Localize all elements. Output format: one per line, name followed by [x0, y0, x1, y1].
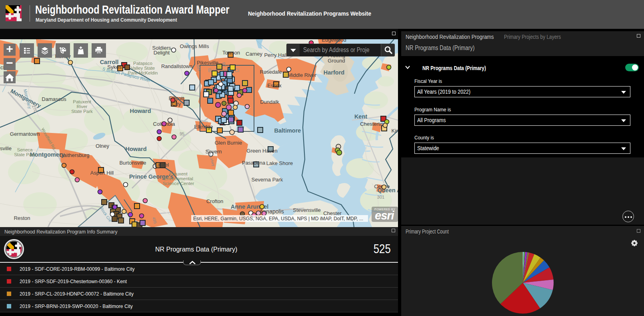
svg-text:Green Haven: Green Haven: [246, 148, 277, 154]
svg-text:Gaithersburg: Gaithersburg: [59, 152, 89, 158]
svg-text:...sville: ...sville: [0, 145, 12, 151]
svg-text:Towson: Towson: [222, 50, 240, 56]
svg-text:Kin: Kin: [392, 128, 398, 134]
svg-text:95: 95: [180, 131, 184, 136]
svg-text:Laurel: Laurel: [154, 162, 169, 168]
svg-text:River: River: [77, 104, 88, 109]
svg-text:Howard: Howard: [130, 108, 151, 114]
svg-text:301: 301: [377, 195, 384, 199]
svg-text:Germantown: Germantown: [10, 131, 40, 137]
svg-text:Patuxent: Patuxent: [73, 99, 91, 104]
svg-text:Science Center: Science Center: [163, 181, 194, 186]
svg-text:Randallstown: Randallstown: [161, 63, 192, 69]
svg-text:Glen Burnie: Glen Burnie: [215, 140, 242, 146]
svg-text:Baltimore: Baltimore: [274, 127, 301, 134]
svg-text:Valley State: Valley State: [131, 66, 155, 70]
svg-text:State Park: State Park: [14, 152, 36, 157]
svg-text:Pasadena: Pasadena: [242, 160, 266, 166]
svg-text:Reston: Reston: [14, 215, 30, 221]
svg-text:Burtonsville: Burtonsville: [119, 160, 146, 166]
svg-text:Crofton: Crofton: [206, 198, 224, 204]
svg-text:Damascus: Damascus: [42, 96, 66, 102]
svg-text:Dundalk: Dundalk: [260, 99, 279, 105]
svg-text:Kent: Kent: [354, 113, 367, 120]
svg-text:Lake Shore: Lake Shore: [266, 160, 293, 166]
svg-text:Delight: Delight: [154, 50, 170, 56]
svg-text:Aspen Hill: Aspen Hill: [90, 170, 114, 176]
svg-text:Patuxent: Patuxent: [169, 171, 188, 176]
svg-text:Rosedale: Rosedale: [260, 69, 282, 75]
svg-text:Chestertow: Chestertow: [360, 121, 386, 127]
svg-text:Olney: Olney: [96, 143, 109, 149]
svg-text:Harford: Harford: [324, 69, 344, 76]
svg-text:Middle River: Middle River: [288, 72, 317, 78]
svg-text:97: 97: [221, 62, 227, 67]
svg-text:Seneca: Seneca: [17, 147, 33, 152]
svg-text:Howard: Howard: [125, 146, 146, 152]
svg-text:Owings Mills: Owings Mills: [180, 43, 209, 49]
svg-text:Stevensville: Stevensville: [293, 207, 320, 213]
svg-text:Ground: Ground: [328, 58, 345, 64]
svg-text:Elkridge: Elkridge: [194, 124, 213, 130]
svg-text:Severna Park: Severna Park: [252, 177, 283, 183]
svg-text:Carney: Carney: [246, 51, 262, 57]
svg-text:Perry Hall: Perry Hall: [264, 52, 287, 58]
svg-text:Essex: Essex: [267, 83, 282, 89]
svg-text:Environmental: Environmental: [164, 176, 193, 181]
svg-text:Edgewood: Edgewood: [322, 39, 346, 43]
svg-text:State Park: State Park: [71, 109, 93, 114]
svg-text:Patapsco: Patapsco: [133, 61, 152, 66]
